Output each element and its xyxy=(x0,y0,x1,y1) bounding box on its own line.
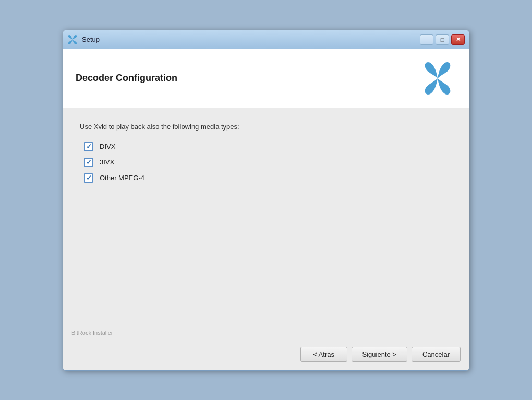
next-button[interactable]: Siguiente > xyxy=(352,347,407,362)
title-bar: Setup ─ □ ✕ xyxy=(63,30,469,49)
3ivx-label: 3IVX xyxy=(100,158,114,166)
footer-section: BitRock Installer < Atrás Siguiente > Ca… xyxy=(63,327,469,370)
header-section: Decoder Configuration xyxy=(63,49,469,108)
checkbox-item-mpeg4[interactable]: Other MPEG-4 xyxy=(84,173,452,183)
setup-window: Setup ─ □ ✕ Decoder Configuration Use Xv… xyxy=(63,30,469,371)
minimize-button[interactable]: ─ xyxy=(420,34,433,45)
close-button[interactable]: ✕ xyxy=(451,34,465,45)
xvid-logo-icon xyxy=(419,60,456,97)
title-bar-buttons: ─ □ ✕ xyxy=(420,34,465,45)
footer-divider xyxy=(71,339,461,339)
page-title: Decoder Configuration xyxy=(76,73,177,84)
footer-buttons: < Atrás Siguiente > Cancelar xyxy=(71,347,461,362)
divx-checkbox[interactable] xyxy=(84,142,93,151)
mpeg4-checkbox[interactable] xyxy=(84,173,93,183)
mpeg4-label: Other MPEG-4 xyxy=(100,174,144,182)
window-title: Setup xyxy=(82,36,100,43)
cancel-button[interactable]: Cancelar xyxy=(412,347,461,362)
title-bar-left: Setup xyxy=(67,34,100,45)
restore-button[interactable]: □ xyxy=(436,34,449,45)
app-icon xyxy=(67,34,78,45)
bitrock-label: BitRock Installer xyxy=(71,327,461,336)
3ivx-checkbox[interactable] xyxy=(84,158,93,167)
content-area: Use Xvid to play back also the following… xyxy=(63,108,469,327)
description-text: Use Xvid to play back also the following… xyxy=(80,123,452,131)
checkbox-list: DIVX 3IVX Other MPEG-4 xyxy=(84,142,452,183)
checkbox-item-divx[interactable]: DIVX xyxy=(84,142,452,151)
checkbox-item-3ivx[interactable]: 3IVX xyxy=(84,158,452,167)
back-button[interactable]: < Atrás xyxy=(300,347,347,362)
divx-label: DIVX xyxy=(100,143,115,150)
